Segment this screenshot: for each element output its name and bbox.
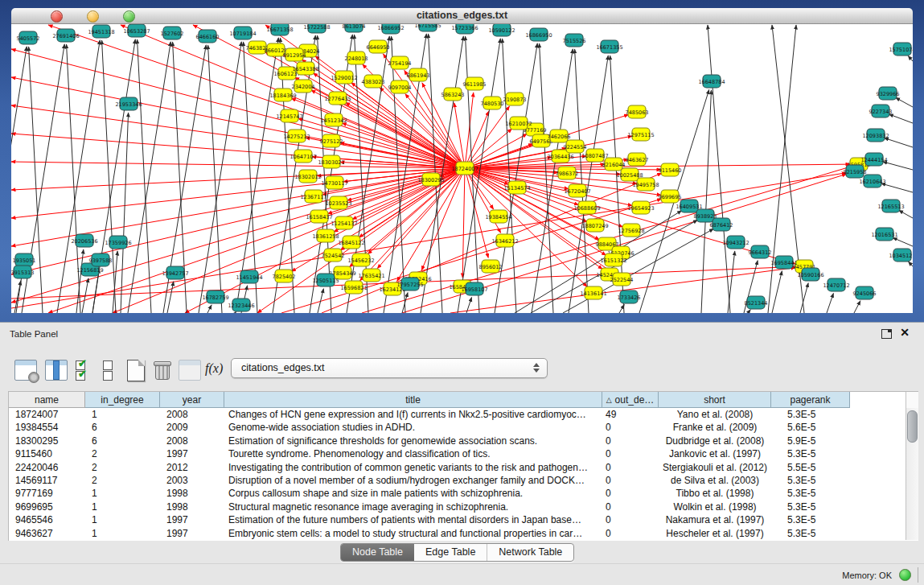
graph-node-2248018[interactable]: 2248018 bbox=[345, 51, 368, 64]
column-header-title[interactable]: title bbox=[224, 392, 602, 408]
graph-node-9097004[interactable]: 9097004 bbox=[388, 80, 412, 93]
tab-network-table[interactable]: Network Table bbox=[487, 544, 573, 561]
table-cell[interactable]: 1 bbox=[85, 527, 160, 540]
graph-node-18184369[interactable]: 18184369 bbox=[269, 89, 296, 101]
table-cell[interactable]: 0 bbox=[602, 527, 659, 540]
table-cell[interactable]: 5.3E-5 bbox=[771, 513, 850, 526]
table-cell[interactable]: 0 bbox=[602, 447, 659, 460]
graph-node-19654923[interactable]: 19654923 bbox=[627, 201, 654, 214]
delete-column-icon[interactable] bbox=[153, 360, 170, 380]
table-cell[interactable]: 1 bbox=[85, 408, 160, 421]
graph-node-14275212[interactable]: 14275212 bbox=[283, 130, 310, 142]
graph-node-7462066[interactable]: 7462066 bbox=[548, 130, 571, 142]
table-cell[interactable]: 1998 bbox=[160, 487, 224, 500]
graph-node-16866950[interactable]: 16866950 bbox=[525, 28, 552, 41]
column-header-pagerank[interactable]: pagerank bbox=[771, 392, 850, 408]
graph-node-4383023[interactable]: 4383023 bbox=[362, 75, 385, 88]
graph-node-12367117[interactable]: 12367117 bbox=[300, 190, 326, 203]
table-row[interactable]: 911546021997Tourette syndrome. Phenomeno… bbox=[9, 447, 906, 460]
table-cell[interactable]: 49 bbox=[602, 408, 659, 421]
graph-node-1935051[interactable]: 1935051 bbox=[13, 253, 36, 266]
table-cell[interactable]: de Silva et al. (2003) bbox=[659, 474, 771, 487]
graph-node-16845122[interactable]: 16845122 bbox=[338, 236, 364, 249]
table-cell[interactable]: 0 bbox=[602, 501, 659, 513]
table-cell[interactable]: 5.3E-5 bbox=[771, 527, 850, 540]
graph-node-15134574[interactable]: 15134574 bbox=[503, 181, 530, 194]
table-cell[interactable]: 9777169 bbox=[9, 487, 85, 500]
function-builder-icon[interactable]: f(x) bbox=[205, 361, 223, 376]
graph-node-9227343[interactable]: 9227343 bbox=[869, 105, 893, 117]
table-cell[interactable]: Genome-wide association studies in ADHD. bbox=[224, 421, 602, 434]
graph-node-12165513[interactable]: 12165513 bbox=[877, 200, 904, 212]
graph-node-10807487[interactable]: 10807487 bbox=[581, 149, 608, 162]
table-cell[interactable]: 1 bbox=[85, 487, 160, 500]
graph-node-7524542[interactable]: 7524542 bbox=[322, 249, 345, 262]
graph-node-6646950[interactable]: 6646950 bbox=[367, 40, 390, 53]
graph-node-14136141[interactable]: 14136141 bbox=[580, 286, 606, 299]
table-cell[interactable]: Investigating the contribution of common… bbox=[224, 461, 602, 474]
table-cell[interactable]: 2003 bbox=[160, 474, 224, 487]
table-cell[interactable]: 2008 bbox=[160, 408, 224, 421]
scrollbar-thumb[interactable] bbox=[907, 410, 918, 443]
table-cell[interactable]: Nakamura et al. (1997) bbox=[659, 513, 771, 526]
column-header-short[interactable]: short bbox=[659, 392, 771, 408]
table-row[interactable]: 946554611997Estimation of the future num… bbox=[9, 513, 906, 526]
unselect-all-icon[interactable] bbox=[103, 360, 113, 381]
table-cell[interactable]: 14569117 bbox=[9, 474, 85, 487]
table-cell[interactable]: 2012 bbox=[160, 461, 224, 474]
graph-node-8613074[interactable]: 8613074 bbox=[343, 24, 366, 32]
table-row[interactable]: 1830029562008Estimation of significance … bbox=[9, 435, 906, 447]
graph-node-9115460[interactable]: 9115460 bbox=[659, 163, 682, 176]
graph-node-27691406[interactable]: 27691406 bbox=[52, 29, 79, 42]
graph-node-20206536[interactable]: 20206536 bbox=[71, 234, 97, 247]
table-cell[interactable]: Yano et al. (2008) bbox=[659, 408, 771, 421]
table-row[interactable]: 2242004622012Investigating the contribut… bbox=[9, 461, 906, 474]
graph-node-8912954[interactable]: 8912954 bbox=[283, 48, 306, 61]
window-titlebar[interactable]: citations_edges.txt bbox=[11, 8, 913, 24]
graph-node-9611985[interactable]: 9611985 bbox=[463, 77, 487, 90]
table-cell[interactable]: 0 bbox=[602, 487, 659, 500]
graph-node-14512342[interactable]: 14512342 bbox=[320, 113, 347, 126]
graph-node-16648784[interactable]: 16648784 bbox=[698, 75, 725, 88]
table-cell[interactable]: 2 bbox=[85, 461, 160, 474]
graph-node-7515526[interactable]: 7515526 bbox=[563, 34, 586, 47]
column-header-name[interactable]: name bbox=[9, 392, 85, 408]
graph-node-10345121[interactable]: 10345121 bbox=[889, 249, 913, 262]
table-cell[interactable]: Dudbridge et al. (2008) bbox=[659, 435, 771, 447]
graph-node-9463627[interactable]: 9463627 bbox=[626, 153, 649, 166]
select-all-icon[interactable]: ✔ ✔ bbox=[76, 360, 93, 381]
table-cell[interactable]: Estimation of the future numbers of pati… bbox=[224, 513, 602, 526]
table-row[interactable]: 977716911998Corpus callosum shape and si… bbox=[9, 487, 906, 500]
graph-node-11451944[interactable]: 11451944 bbox=[236, 270, 262, 283]
table-cell[interactable]: 9463627 bbox=[9, 527, 85, 540]
table-scrollbar[interactable] bbox=[906, 392, 918, 541]
graph-node-9224554[interactable]: 9224554 bbox=[564, 140, 587, 153]
table-row[interactable]: 946362711997Embryonic stem cells: a mode… bbox=[9, 527, 906, 540]
graph-node-8215958[interactable]: 8215958 bbox=[844, 165, 867, 178]
graph-node-9329966[interactable]: 9329966 bbox=[877, 87, 900, 100]
graph-node-1527602[interactable]: 1527602 bbox=[161, 27, 184, 39]
graph-node-12093832[interactable]: 12093832 bbox=[862, 129, 889, 142]
graph-node-3915313[interactable]: 3915313 bbox=[11, 266, 34, 278]
table-cell[interactable]: 1 bbox=[85, 513, 160, 526]
graph-node-2522544[interactable]: 2522544 bbox=[610, 273, 634, 286]
graph-node-12756928[interactable]: 12756928 bbox=[618, 224, 644, 237]
table-cell[interactable]: 9699695 bbox=[9, 501, 85, 513]
table-cell[interactable]: 1 bbox=[85, 501, 160, 513]
table-cell[interactable]: 5.5E-5 bbox=[771, 461, 850, 474]
tab-node-table[interactable]: Node Table bbox=[341, 544, 414, 561]
table-row[interactable]: 1938455462009Genome-wide association stu… bbox=[9, 421, 906, 434]
table-cell[interactable]: 22420046 bbox=[9, 461, 85, 474]
graph-node-16715585[interactable]: 16715585 bbox=[414, 24, 441, 31]
table-cell[interactable]: 2 bbox=[85, 447, 160, 460]
graph-node-7480530[interactable]: 7480530 bbox=[481, 97, 504, 109]
graph-node-5863243[interactable]: 5863243 bbox=[441, 88, 465, 101]
table-cell[interactable]: Tourette syndrome. Phenomenology and cla… bbox=[224, 447, 602, 460]
column-header-in_degree[interactable]: in_degree bbox=[85, 392, 160, 408]
table-cell[interactable]: Estimation of significance thresholds fo… bbox=[224, 435, 602, 447]
graph-node-16866952[interactable]: 16866952 bbox=[377, 24, 404, 34]
table-cell[interactable]: 1997 bbox=[160, 513, 224, 526]
memory-status-icon[interactable] bbox=[899, 569, 911, 581]
table-cell[interactable]: Jankovic et al. (1997) bbox=[659, 447, 771, 460]
graph-node-10943212[interactable]: 10943212 bbox=[722, 236, 749, 249]
